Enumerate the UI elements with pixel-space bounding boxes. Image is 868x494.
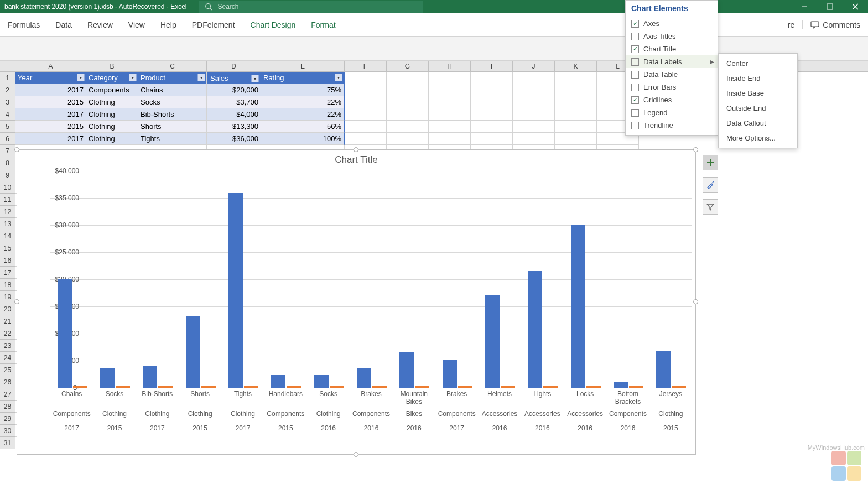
table-cell[interactable]: 2017 [15,108,86,121]
chart-bar-secondary[interactable] [543,386,558,388]
chart-bar[interactable] [656,351,671,388]
row-header[interactable]: 14 [0,230,15,242]
chart-element-item-error bars[interactable]: Error Bars [626,81,718,93]
data-labels-option-data-callout[interactable]: Data Callout [719,116,797,131]
chart-bar-secondary[interactable] [287,386,301,388]
checkbox-icon[interactable]: ✓ [631,96,639,104]
chart-element-item-data labels[interactable]: Data Labels ▶ [626,55,718,68]
cell[interactable] [387,96,429,108]
cell[interactable] [471,108,513,121]
cell[interactable] [513,121,555,133]
chart-elements-button[interactable] [703,155,718,170]
share-button-partial[interactable]: re [788,20,794,29]
table-cell[interactable]: 2015 [15,121,86,133]
chart-bar-secondary[interactable] [415,386,429,388]
chart-bar-secondary[interactable] [586,386,601,388]
chart-bar[interactable] [485,295,500,388]
filter-dropdown-icon[interactable] [251,75,259,82]
tab-chart-design[interactable]: Chart Design [251,20,296,29]
table-cell[interactable]: $3,700 [207,96,261,108]
cell[interactable] [429,121,471,133]
chart-bar-secondary[interactable] [672,386,686,388]
column-header-C[interactable]: C [138,61,207,71]
table-header-sales[interactable]: Sales [207,72,261,84]
row-header[interactable]: 6 [0,133,15,145]
column-header-I[interactable]: I [471,61,513,71]
cell[interactable] [471,96,513,108]
chart-bar[interactable] [186,316,200,388]
filter-dropdown-icon[interactable] [335,74,342,81]
row-header[interactable]: 27 [0,388,15,401]
table-cell[interactable]: Clothing [86,108,138,121]
table-cell[interactable]: 2017 [15,133,86,145]
chart-bar-secondary[interactable] [158,386,173,388]
chart-bar[interactable] [271,375,285,388]
chart-element-item-data table[interactable]: Data Table [626,68,718,81]
search-box[interactable]: Search [199,1,423,13]
chart-bar[interactable] [100,368,115,388]
minimize-button[interactable] [792,0,817,13]
cell[interactable] [345,96,387,108]
table-cell[interactable]: 56% [261,121,345,133]
chart-element-item-axes[interactable]: ✓ Axes [626,17,718,30]
row-header[interactable]: 18 [0,279,15,291]
cell[interactable] [555,96,597,108]
chart-title[interactable]: Chart Title [17,150,695,165]
close-button[interactable] [843,0,868,13]
table-cell[interactable]: Components [86,84,138,96]
row-header[interactable]: 2 [0,84,15,96]
cell[interactable] [345,121,387,133]
chart-element-item-chart title[interactable]: ✓ Chart Title [626,43,718,55]
table-cell[interactable]: 2015 [15,96,86,108]
cell[interactable] [345,133,387,145]
row-header[interactable]: 23 [0,340,15,352]
data-labels-option-outside-end[interactable]: Outside End [719,101,797,116]
chart-bar[interactable] [357,368,371,388]
column-header-H[interactable]: H [429,61,471,71]
tab-pdfelement[interactable]: PDFelement [192,20,235,29]
row-header[interactable]: 1 [0,72,15,84]
row-header[interactable]: 31 [0,437,15,449]
chart-plot-area[interactable]: $-$5,000$10,000$15,000$20,000$25,000$30,… [50,171,692,388]
table-header-category[interactable]: Category [86,72,138,84]
data-labels-option-more-options-[interactable]: More Options... [719,131,797,145]
filter-dropdown-icon[interactable] [129,74,137,81]
row-header[interactable]: 11 [0,194,15,206]
chart-bar[interactable] [399,352,414,388]
cell[interactable] [387,108,429,121]
column-header-B[interactable]: B [86,61,138,71]
table-header-rating[interactable]: Rating [261,72,345,84]
cell[interactable] [429,108,471,121]
row-header[interactable]: 25 [0,364,15,376]
column-header-K[interactable]: K [555,61,597,71]
cell[interactable] [345,72,387,84]
row-header[interactable]: 22 [0,327,15,340]
cell[interactable] [429,84,471,96]
table-cell[interactable]: 22% [261,96,345,108]
column-header-D[interactable]: D [207,61,261,71]
data-labels-option-inside-base[interactable]: Inside Base [719,86,797,101]
cell[interactable] [429,96,471,108]
table-cell[interactable]: Bib-Shorts [138,108,207,121]
row-header[interactable]: 4 [0,108,15,121]
column-header-G[interactable]: G [387,61,429,71]
column-header-J[interactable]: J [513,61,555,71]
table-cell[interactable]: $13,300 [207,121,261,133]
comments-button[interactable]: Comments [802,20,860,29]
chart-bar-secondary[interactable] [629,386,643,388]
chart-bar-secondary[interactable] [201,386,216,388]
tab-review[interactable]: Review [87,20,113,29]
cell[interactable] [387,133,429,145]
cell[interactable] [471,72,513,84]
table-cell[interactable]: 75% [261,84,345,96]
table-cell[interactable]: Shorts [138,121,207,133]
table-header-product[interactable]: Product [138,72,207,84]
chart-bar[interactable] [143,366,157,388]
column-header-F[interactable]: F [345,61,387,71]
row-header[interactable]: 21 [0,315,15,327]
cell[interactable] [555,121,597,133]
checkbox-icon[interactable] [631,109,639,117]
cell[interactable] [387,121,429,133]
checkbox-icon[interactable] [631,71,639,79]
cell[interactable] [345,108,387,121]
